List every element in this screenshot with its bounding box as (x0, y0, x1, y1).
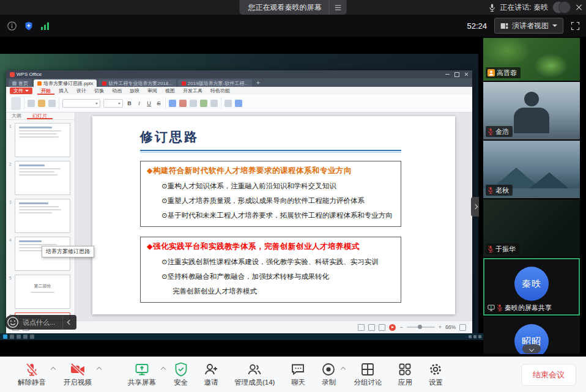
share-screen-button[interactable]: 共享屏幕 (120, 362, 166, 387)
slide-title: 修订思路 (140, 128, 401, 146)
wps-ribbon-button[interactable] (179, 100, 187, 107)
tray-icon[interactable] (473, 335, 477, 338)
wps-ribbon-button[interactable] (28, 100, 35, 107)
emoji-icon[interactable] (7, 316, 19, 328)
breakout-rooms-button[interactable]: 分组讨论 (346, 362, 390, 387)
font-size-select[interactable] (103, 99, 123, 108)
participant-tile[interactable]: 金浩 (483, 82, 580, 139)
watching-label: 您正在观看秦昳的屏幕 (248, 2, 322, 13)
chevron-down-icon (552, 24, 557, 27)
wps-doc-tab[interactable]: 2019版培养方案-软件工程... (178, 80, 252, 87)
share-options-caret[interactable] (161, 367, 166, 372)
wps-ribbon-button[interactable] (210, 100, 218, 107)
view-mode-button[interactable]: 演讲者视图 (494, 18, 563, 34)
participant-avatar[interactable] (558, 1, 571, 13)
record-button[interactable]: 录制 (313, 362, 346, 387)
wps-ribbon-tab[interactable]: 放映 (126, 87, 143, 95)
invite-button[interactable]: 邀请 (196, 362, 226, 387)
audio-options-caret[interactable] (51, 367, 56, 372)
tray-icon[interactable] (469, 335, 472, 338)
sidebar-collapse-handle[interactable] (471, 197, 479, 216)
settings-button[interactable]: 设置 (420, 362, 451, 387)
participant-tile[interactable]: 高晋蓉 (483, 38, 580, 81)
chat-input[interactable]: 说点什么... (5, 315, 62, 330)
chat-button[interactable]: 聊天 (283, 362, 313, 387)
wps-close-button[interactable] (464, 72, 469, 76)
taskbar-app-icon[interactable] (30, 335, 34, 339)
end-meeting-button[interactable]: 结束会议 (521, 364, 576, 386)
participant-tile-sharing[interactable]: 秦昳 秦昳的屏幕共享 (483, 258, 580, 316)
zoom-in-button[interactable]: + (439, 325, 442, 330)
font-name-select[interactable] (62, 99, 100, 108)
wps-doc-tab[interactable]: 软件工程专业培养方案2018... (98, 80, 176, 87)
network-signal-icon[interactable] (41, 22, 50, 30)
bold-button[interactable]: B (126, 100, 133, 106)
tray-icon[interactable] (478, 335, 481, 338)
wps-ribbon-button[interactable] (48, 100, 56, 107)
zoom-slider[interactable] (407, 327, 435, 328)
zoom-out-button[interactable]: − (399, 325, 402, 330)
banner-menu-button[interactable] (329, 0, 347, 15)
wps-ribbon-tab[interactable]: 插入 (55, 87, 72, 95)
taskbar-app-icon[interactable] (10, 335, 14, 339)
wps-doc-tab[interactable]: 首页 (9, 80, 32, 87)
manage-members-button[interactable]: 管理成员(14) (226, 362, 283, 387)
start-video-button[interactable]: 开启视频 (56, 362, 102, 387)
meeting-info-icon[interactable] (7, 21, 17, 31)
slide-thumbnail[interactable]: 3 (15, 199, 70, 233)
wps-ribbon-tab[interactable]: 特色功能 (207, 87, 234, 95)
wps-file-button[interactable]: 文件 (10, 87, 32, 94)
start-button[interactable] (3, 335, 7, 339)
wps-ribbon-button[interactable] (200, 100, 207, 107)
participant-tile[interactable]: 老秋 (483, 141, 580, 198)
wps-ribbon-tab[interactable]: 开发工具 (179, 87, 206, 95)
wps-minimize-button[interactable] (445, 74, 450, 75)
reading-view-icon[interactable] (379, 324, 385, 331)
slides-tab[interactable]: 幻灯片 (27, 113, 53, 119)
taskbar-app-icon[interactable] (17, 335, 21, 339)
close-icon[interactable] (575, 4, 582, 11)
wps-doc-tab-active[interactable]: 培养方案修订思路.pptx (34, 80, 97, 87)
panel-collapse-button[interactable] (522, 344, 541, 353)
strikethrough-button[interactable]: S (155, 100, 162, 106)
apps-button[interactable]: 应用 (390, 362, 420, 387)
participant-tile[interactable]: 于振华 (483, 199, 580, 257)
wps-ribbon-button[interactable] (235, 100, 242, 107)
wps-maximize-button[interactable] (454, 72, 459, 77)
italic-button[interactable]: I (136, 100, 143, 106)
unmute-button[interactable]: 解除静音 (10, 362, 56, 387)
taskbar-app-icon[interactable] (23, 335, 28, 339)
normal-view-icon[interactable] (358, 324, 365, 331)
wps-ribbon-button[interactable] (224, 100, 232, 107)
speaking-status-area: 正在讲话: 秦昳 (489, 0, 582, 15)
fullscreen-icon[interactable] (571, 21, 580, 31)
paste-button[interactable] (11, 97, 21, 110)
wps-ribbon-tab[interactable]: 设计 (73, 87, 90, 95)
fit-screen-icon[interactable] (459, 324, 466, 331)
slide-title-rule (140, 150, 401, 151)
slide-thumbnail[interactable]: 2 (15, 161, 70, 195)
wps-ribbon-tab[interactable]: 审阅 (144, 87, 161, 95)
wps-ribbon-tab[interactable]: 动画 (108, 87, 125, 95)
wps-ribbon-button[interactable] (190, 100, 197, 107)
wps-ribbon-button[interactable] (38, 100, 45, 107)
avatar-icon (488, 69, 495, 76)
record-options-caret[interactable] (341, 367, 346, 372)
wps-ribbon-button[interactable] (169, 100, 176, 107)
wps-new-tab-button[interactable]: + (254, 80, 262, 87)
underline-button[interactable]: U (146, 100, 152, 106)
slide-thumbnail-section[interactable]: 5第二部分 (15, 275, 70, 309)
security-shield-icon[interactable] (24, 21, 33, 31)
wps-ribbon-tab[interactable]: 开始 (37, 87, 54, 95)
wps-ribbon-tab[interactable]: 视图 (161, 87, 179, 95)
outline-tab[interactable]: 大纲 (6, 113, 27, 119)
slideshow-button[interactable] (389, 324, 396, 331)
wps-ribbon-tab[interactable]: 切换 (91, 87, 108, 95)
pdf-file-icon (182, 81, 186, 86)
slide-thumbnail[interactable]: 1 (15, 123, 70, 157)
chat-expand-button[interactable] (62, 315, 76, 330)
video-options-caret[interactable] (97, 367, 102, 372)
sorter-view-icon[interactable] (368, 324, 375, 331)
security-button[interactable]: 安全 (166, 362, 196, 387)
zoom-slider-knob[interactable] (418, 325, 422, 329)
